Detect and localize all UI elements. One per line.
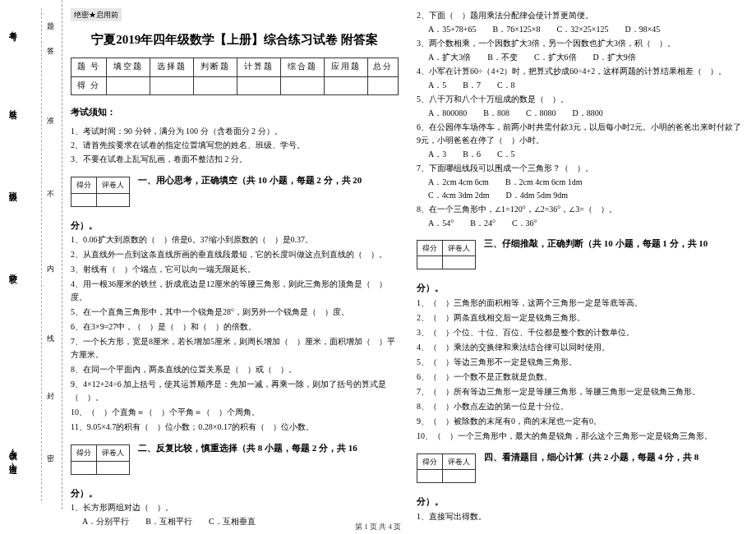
score-cell[interactable]: [237, 76, 280, 94]
binding-warn-zhun: 准: [45, 111, 56, 116]
section-3-title: 三、仔细推敲，正确判断（共 10 小题，每题 1 分，共 10: [484, 238, 708, 248]
q2-3-a: A．扩大3倍: [428, 51, 471, 64]
binding-warn-answer: 答: [45, 41, 56, 46]
scorer-box-2: 得分评卷人: [71, 444, 130, 474]
q2-6-stem: 6、在公园停车场停车，前两小时共需付款3元，以后每小时2元。小明的爸爸出来时付款…: [417, 121, 744, 147]
q2-2-c: C．32×25×125: [556, 23, 608, 36]
q2-6-b: B．6: [463, 148, 481, 161]
section-1-title: 一、用心思考，正确填空（共 10 小题，每题 2 分，共 20: [138, 175, 362, 185]
q2-3-d: D．扩大9倍: [593, 51, 636, 64]
q2-4-c: C．8: [497, 79, 515, 92]
binding-warn-feng: 封: [45, 386, 56, 391]
q1-4: 4、用一根36厘米的铁丝，折成底边是12厘米的等腰三角形，则此三角形的顶角是（ …: [71, 278, 399, 304]
scorer-box-4: 得分评卷人: [417, 453, 476, 483]
q2-7-b: B．2cm 4cm 6cm 1dm: [505, 176, 583, 189]
notice-3: 3、不要在试卷上乱写乱画，卷面不整洁扣 2 分。: [71, 153, 399, 166]
q3-7: 7、（ ）所有等边三角形一定是等腰三角形，等腰三角形一定是锐角三角形。: [417, 385, 744, 398]
left-column: 绝密★启用前 宁夏2019年四年级数学【上册】综合练习试卷 附答案 题 号 填空…: [71, 8, 399, 509]
scorer-l0: 得分: [71, 445, 97, 461]
q1-5: 5、在一个直角三角形中，其中一个锐角是28°，则另外一个锐角是（ ）度。: [71, 306, 399, 319]
q2-8-a: A．54°: [428, 217, 454, 230]
score-cell[interactable]: [193, 76, 237, 94]
score-cell[interactable]: [324, 76, 367, 94]
scorer-l0: 得分: [417, 453, 443, 469]
score-h5: 综合题: [280, 58, 324, 76]
section-4-tail: 分）。: [417, 495, 744, 509]
q2-2-b: B．76×125×8: [493, 23, 541, 36]
score-h7: 总分: [367, 58, 399, 76]
q2-7-a: A．2cm 4cm 6cm: [428, 176, 489, 189]
q1-1: 1、0.06扩大到原数的（ ）倍是6。37缩小到原数的（ ）是0.37。: [71, 233, 399, 246]
q2-8-b: B．24°: [470, 217, 496, 230]
score-cell[interactable]: [107, 76, 150, 94]
binding-warn-ti: 题: [45, 16, 56, 21]
q1-8: 8、在同一个平面内，两条直线的位置关系是（ ）或（ ）。: [71, 363, 399, 376]
q3-9: 9、（ ）被除数的末尾有0，商的末尾也一定有0。: [417, 415, 744, 428]
score-cell[interactable]: [280, 76, 324, 94]
scorer-cell[interactable]: [71, 461, 97, 474]
scorer-cell[interactable]: [417, 256, 443, 269]
q2-3-stem: 3、两个数相乘，一个因数扩大3倍，另一个因数也扩大3倍，积（ ）。: [417, 37, 744, 50]
q1-7: 7、一个长方形，宽是8厘米，若长增加5厘米，则周长增加（ ）厘米，面积增加（ ）…: [71, 335, 399, 361]
q2-3-b: B．不变: [487, 51, 518, 64]
q2-6-c: C．5: [497, 148, 515, 161]
scorer-l1: 评卷人: [97, 177, 130, 193]
binding-field-name: 姓名: [7, 103, 18, 106]
binding-field-town: 乡镇(街道): [7, 444, 18, 472]
score-h1: 填空题: [107, 58, 150, 76]
right-column: 2、下面（ ）题用乘法分配律会使计算更简便。 A．35+78+65 B．76×1…: [417, 8, 744, 509]
q1-2: 2、从直线外一点到这条直线所画的垂直线段最短，它的长度叫做这点到直线的（ ）。: [71, 248, 399, 261]
notice-head: 考试须知：: [71, 105, 399, 120]
scorer-cell[interactable]: [443, 256, 476, 269]
q1-9: 9、4×12+24÷6 加上括号，使其运算顺序是：先加一减，再乘一除，则加了括号…: [71, 378, 399, 404]
scorer-cell[interactable]: [71, 193, 97, 206]
q2-8-c: C．36°: [512, 217, 537, 230]
scorer-cell[interactable]: [97, 193, 130, 206]
q2-4-a: A．5: [428, 79, 446, 92]
q3-4: 4、（ ）乘法的交换律和乘法结合律可以同时使用。: [417, 341, 744, 354]
scorer-l0: 得分: [71, 177, 97, 193]
q2-3-c: C．扩大6倍: [534, 51, 577, 64]
secret-badge: 绝密★启用前: [71, 8, 122, 21]
page-footer: 第 1 页 共 4 页: [0, 522, 756, 532]
binding-dash-line: [41, 8, 42, 501]
q2-5-d: D．8800: [573, 107, 603, 120]
section-2-tail: 分）。: [71, 486, 399, 501]
q3-10: 10、（ ）一个三角形中，最大的角是锐角，那么这个三角形一定是锐角三角形。: [417, 430, 744, 443]
score-h3: 判断题: [193, 58, 237, 76]
score-h2: 选择题: [150, 58, 193, 76]
section-2-title: 二、反复比较，慎重选择（共 8 小题，每题 2 分，共 16: [138, 443, 357, 453]
q2-8-stem: 8、在一个三角形中，∠1=120°，∠2=36°，∠3=（ ）。: [417, 203, 744, 216]
notice-1: 1、考试时间：90 分钟，满分为 100 分（含卷面分 2 分）。: [71, 125, 399, 138]
score-h0: 题 号: [71, 58, 107, 76]
q2-5-a: A．800080: [428, 107, 467, 120]
q2-5-c: C．8080: [526, 107, 556, 120]
binding-warn-mi: 密: [45, 448, 56, 453]
q2-1-stem: 1、长方形两组对边（ ）。: [71, 501, 399, 514]
scorer-cell[interactable]: [443, 470, 476, 483]
scorer-cell[interactable]: [417, 470, 443, 483]
q2-2-a: A．35+78+65: [428, 23, 477, 36]
q3-6: 6、（ ）一个数不是正数就是负数。: [417, 371, 744, 384]
q2-4-stem: 4、小军在计算60÷（4+2）时，把算式抄成60÷4+2，这样两题的计算结果相差…: [417, 65, 744, 78]
binding-margin: 考号 答 题 姓名 准 班级 不 内 学校 线 封 乡镇(街道) 密: [0, 0, 62, 509]
score-cell[interactable]: [367, 76, 399, 94]
q3-5: 5、（ ）等边三角形不一定是锐角三角形。: [417, 356, 744, 369]
q2-5-stem: 5、八千万和八个十万组成的数是（ ）。: [417, 93, 744, 106]
scorer-l1: 评卷人: [97, 445, 130, 461]
score-row-label: 得 分: [71, 76, 107, 94]
score-cell[interactable]: [150, 76, 193, 94]
binding-field-school: 学校: [7, 267, 18, 270]
section-3-tail: 分）。: [417, 281, 744, 296]
q3-1: 1、（ ）三角形的面积相等，这两个三角形一定是等底等高。: [417, 297, 744, 310]
scorer-cell[interactable]: [97, 461, 130, 474]
page-title: 宁夏2019年四年级数学【上册】综合练习试卷 附答案: [71, 30, 399, 49]
q2-5-b: B．808: [483, 107, 509, 120]
notice-2: 2、请首先按要求在试卷的指定位置填写您的姓名、班级、学号。: [71, 139, 399, 152]
score-table: 题 号 填空题 选择题 判断题 计算题 综合题 应用题 总分 得 分: [71, 58, 399, 94]
q3-3: 3、（ ）个位、十位、百位、千位都是整个数的计数单位。: [417, 326, 744, 339]
q1-6: 6、在3×9=27中，（ ）是（ ）和（ ）的倍数。: [71, 320, 399, 334]
q2-2-d: D．98×45: [625, 23, 660, 36]
q2-4-b: B．7: [463, 79, 481, 92]
q2-7-stem: 7、下面哪组线段可以围成一个三角形？（ ）。: [417, 162, 744, 175]
